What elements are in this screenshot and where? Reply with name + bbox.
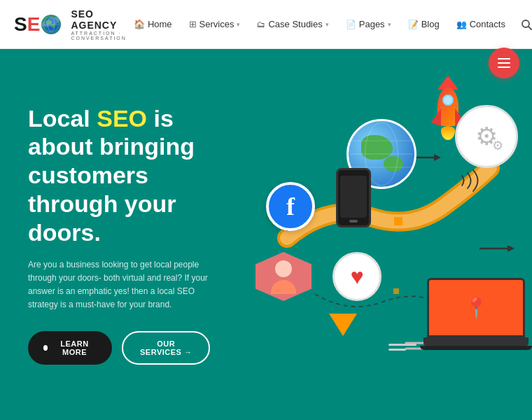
nav-contacts[interactable]: Contacts	[449, 13, 512, 35]
facebook-f-icon: f	[286, 192, 295, 221]
phone-home-button	[349, 220, 358, 223]
our-services-label: OUR SERVICES →	[136, 340, 196, 356]
hex-shape	[255, 252, 312, 301]
phone-screen	[340, 176, 367, 218]
facebook-circle-illustration: f	[266, 182, 315, 231]
orange-square-2	[393, 288, 399, 294]
hero-section: Local SEO is about bringing customers th…	[0, 49, 532, 420]
hamburger-line-3	[498, 66, 510, 68]
home-icon	[134, 19, 145, 29]
laptop-screen: 📍	[427, 278, 525, 337]
nav-services[interactable]: Services ▾	[182, 13, 248, 35]
nav-home-label: Home	[148, 19, 172, 29]
svg-point-4	[51, 24, 55, 27]
gear-circle-illustration: ⚙ ⚙	[455, 105, 518, 168]
triangle-decoration	[329, 314, 357, 336]
laptop-screen-content: 📍	[429, 280, 523, 335]
svg-point-3	[46, 20, 52, 24]
services-dropdown-arrow: ▾	[237, 21, 240, 28]
person-avatar-illustration	[255, 252, 318, 315]
illustration-container: ⚙ ⚙ f ♥	[245, 63, 532, 406]
svg-marker-8	[434, 154, 441, 161]
svg-line-6	[528, 27, 531, 29]
learn-more-dot	[43, 345, 48, 351]
logo-globe-icon	[41, 15, 61, 34]
nav-blog-label: Blog	[421, 19, 440, 29]
search-button[interactable]	[515, 13, 532, 36]
orange-square-1	[394, 217, 402, 225]
decorative-lines	[388, 344, 416, 354]
logo-e: E	[27, 13, 41, 36]
logo-agency-name: SEO AGENCY	[71, 8, 127, 31]
hero-title: Local SEO is about bringing customers th…	[28, 104, 210, 247]
nav-case-studies[interactable]: Case Studies ▾	[250, 13, 335, 35]
blog-icon	[408, 19, 419, 29]
logo-tagline: ATTRACTION · CONVERSATION	[71, 31, 127, 41]
person-head	[275, 260, 292, 277]
svg-marker-14	[507, 245, 514, 252]
hero-illustration: ⚙ ⚙ f ♥	[245, 63, 532, 406]
nav-case-studies-label: Case Studies	[268, 19, 322, 29]
logo-agency: SEO AGENCY ATTRACTION · CONVERSATION	[71, 8, 127, 41]
nav-contacts-label: Contacts	[470, 19, 505, 29]
h-line-1	[388, 344, 416, 346]
logo-s: S	[14, 13, 27, 36]
person-body	[271, 280, 296, 294]
nav-blog[interactable]: Blog	[401, 13, 447, 35]
heart-icon: ♥	[351, 264, 364, 290]
logo-text: S E	[14, 13, 61, 36]
laptop-stand	[420, 346, 532, 350]
hamburger-icon	[498, 58, 510, 68]
nav-pages-label: Pages	[359, 19, 385, 29]
hero-buttons: LEARN MORE OUR SERVICES →	[28, 331, 210, 365]
contacts-icon	[456, 19, 467, 29]
gear-small-icon: ⚙	[492, 138, 503, 153]
laptop-base	[424, 337, 528, 346]
heart-circle-illustration: ♥	[332, 252, 382, 301]
menu-toggle-button[interactable]	[489, 48, 519, 78]
hero-title-local: Local	[28, 105, 97, 132]
header: S E SEO AGENCY ATTRACTION · CONVERSATION…	[0, 0, 532, 49]
hamburger-line-1	[498, 58, 510, 59]
nav-home[interactable]: Home	[127, 13, 179, 35]
services-icon	[189, 19, 197, 29]
laptop-illustration: 📍	[427, 278, 525, 350]
pages-dropdown-arrow: ▾	[388, 21, 391, 28]
mobile-phone-illustration	[336, 168, 371, 227]
case-studies-dropdown-arrow: ▾	[326, 21, 329, 28]
logo: S E SEO AGENCY ATTRACTION · CONVERSATION	[14, 8, 127, 41]
hero-content: Local SEO is about bringing customers th…	[0, 104, 238, 365]
nav-pages[interactable]: Pages ▾	[339, 13, 398, 35]
pages-icon	[346, 19, 356, 29]
case-studies-icon	[257, 19, 265, 29]
nav-services-label: Services	[200, 19, 234, 29]
our-services-button[interactable]: OUR SERVICES →	[122, 331, 210, 365]
rocket-fire	[441, 126, 455, 140]
rocket-wing-left	[431, 108, 441, 126]
learn-more-label: LEARN MORE	[52, 340, 97, 356]
h-line-2	[388, 349, 406, 351]
main-nav: Home Services ▾ Case Studies ▾ Pages ▾ B…	[127, 13, 532, 36]
hero-description: Are you a business looking to get local …	[28, 258, 210, 312]
learn-more-button[interactable]: LEARN MORE	[28, 331, 112, 365]
location-pin-icon: 📍	[464, 296, 489, 319]
hero-title-seo: SEO	[97, 105, 147, 132]
hamburger-line-2	[498, 62, 510, 64]
